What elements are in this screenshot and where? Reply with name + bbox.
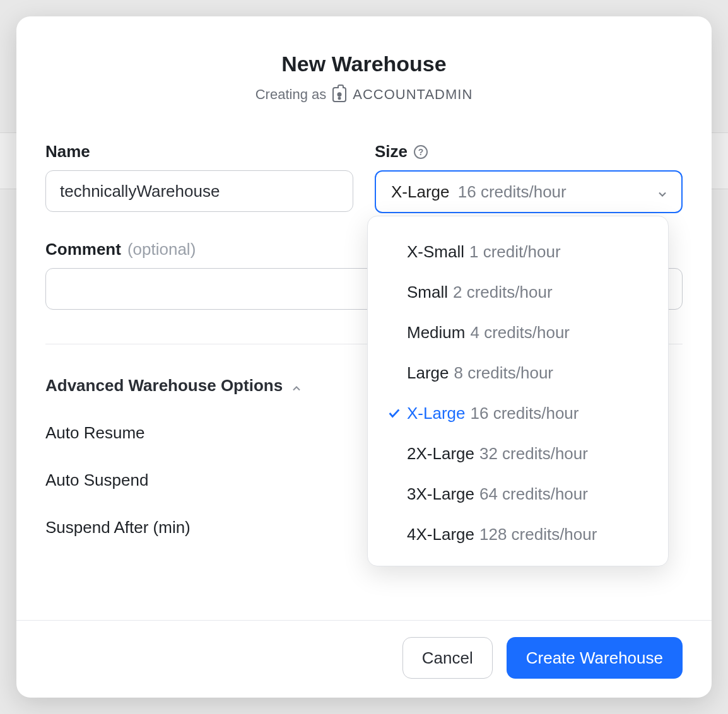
size-option-name: X-Small	[407, 242, 464, 262]
modal-body: New Warehouse Creating as ACCOUNTADMIN N…	[16, 16, 712, 620]
create-warehouse-button[interactable]: Create Warehouse	[507, 637, 683, 679]
creating-as-text: Creating as	[255, 86, 327, 103]
size-selected-value: X-Large	[391, 182, 450, 201]
role-badge-icon	[332, 87, 346, 102]
size-option[interactable]: X-Small1 credit/hour	[368, 231, 668, 272]
size-option-credits: 2 credits/hour	[453, 283, 553, 302]
cancel-button[interactable]: Cancel	[402, 637, 493, 679]
auto-suspend-label: Auto Suspend	[45, 471, 148, 490]
size-option-name: Small	[407, 283, 448, 302]
size-option-name: X-Large	[407, 404, 466, 423]
size-option-name: 2X-Large	[407, 444, 474, 464]
size-option[interactable]: Small2 credits/hour	[368, 272, 668, 312]
size-option[interactable]: 4X-Large128 credits/hour	[368, 514, 668, 554]
size-option-credits: 128 credits/hour	[479, 525, 597, 544]
size-dropdown[interactable]: X-Small1 credit/hourSmall2 credits/hourM…	[367, 216, 669, 566]
size-option-credits: 32 credits/hour	[479, 444, 588, 464]
size-option[interactable]: 2X-Large32 credits/hour	[368, 433, 668, 474]
size-option-credits: 1 credit/hour	[469, 242, 561, 262]
size-option[interactable]: X-Large16 credits/hour	[368, 393, 668, 433]
size-option[interactable]: 3X-Large64 credits/hour	[368, 474, 668, 514]
size-select[interactable]: X-Large 16 credits/hour	[375, 170, 683, 213]
suspend-after-label: Suspend After (min)	[45, 518, 191, 537]
name-field-group: Name	[45, 142, 353, 213]
name-input[interactable]	[45, 170, 353, 212]
auto-resume-label: Auto Resume	[45, 423, 145, 443]
size-option-credits: 64 credits/hour	[479, 484, 588, 504]
size-selected-credits: 16 credits/hour	[458, 182, 567, 201]
size-option-credits: 8 credits/hour	[454, 363, 554, 383]
comment-optional: (optional)	[127, 240, 196, 259]
size-option-name: 3X-Large	[407, 484, 474, 504]
size-option-name: 4X-Large	[407, 525, 474, 544]
size-option[interactable]: Medium4 credits/hour	[368, 312, 668, 353]
chevron-up-icon	[290, 380, 303, 392]
size-option-name: Medium	[407, 323, 465, 342]
modal-footer: Cancel Create Warehouse	[16, 620, 712, 698]
new-warehouse-modal: New Warehouse Creating as ACCOUNTADMIN N…	[16, 16, 712, 698]
help-icon[interactable]: ?	[414, 145, 428, 159]
size-field-group: Size ? X-Large 16 credits/hour	[375, 142, 683, 213]
size-label: Size ?	[375, 142, 683, 161]
size-option-credits: 16 credits/hour	[471, 404, 579, 423]
chevron-down-icon	[656, 185, 669, 198]
size-option-credits: 4 credits/hour	[470, 323, 570, 342]
comment-label-text: Comment	[45, 240, 121, 259]
role-name: ACCOUNTADMIN	[353, 86, 473, 103]
size-option-name: Large	[407, 363, 449, 383]
size-option[interactable]: Large8 credits/hour	[368, 353, 668, 393]
modal-subtitle: Creating as ACCOUNTADMIN	[45, 86, 683, 103]
check-icon	[382, 406, 407, 420]
advanced-options-label: Advanced Warehouse Options	[45, 376, 283, 395]
name-label: Name	[45, 142, 353, 161]
modal-title: New Warehouse	[45, 52, 683, 76]
size-label-text: Size	[375, 142, 408, 161]
